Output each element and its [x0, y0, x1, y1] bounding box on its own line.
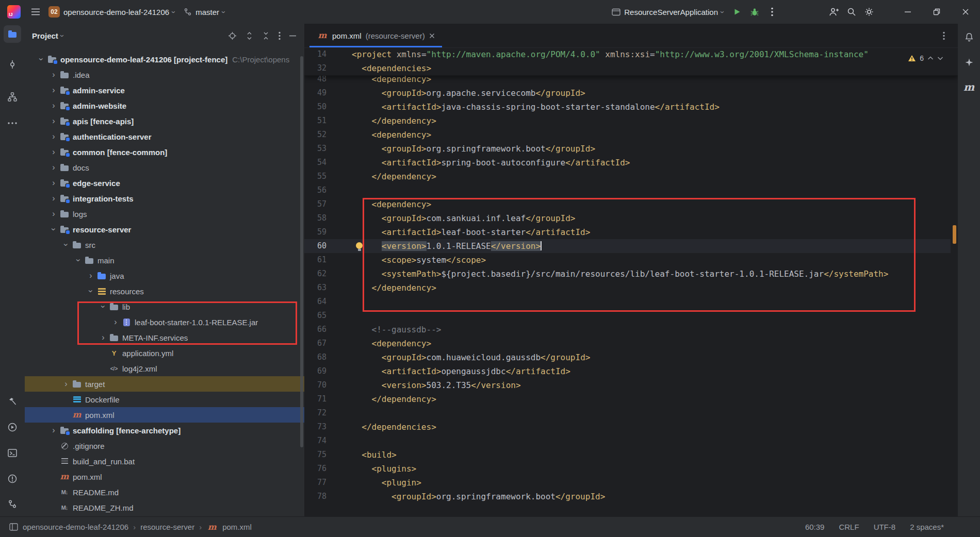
window-close-button[interactable] [951, 0, 980, 24]
line-number[interactable]: 51 [304, 114, 352, 128]
tree-row[interactable]: M↓README_ZH.md [25, 500, 304, 515]
code-line[interactable]: 77 <plugin> [304, 476, 958, 490]
tool-windows-widget-icon[interactable] [9, 523, 18, 531]
code-with-me-icon[interactable] [826, 3, 842, 21]
maven-tool-icon[interactable]: m [960, 78, 977, 95]
line-number[interactable]: 67 [304, 337, 352, 350]
code-line[interactable]: 32 <dependencies> [304, 61, 958, 75]
line-number[interactable]: 73 [304, 420, 352, 434]
tree-row[interactable]: Yapplication.yml [25, 345, 304, 361]
chevron-icon[interactable]: › [36, 55, 46, 64]
line-number[interactable]: 57 [304, 197, 352, 211]
code-line[interactable]: 14<project xmlns="http://maven.apache.or… [304, 47, 958, 61]
tree-row[interactable]: ›admin-website [25, 98, 304, 113]
code-line[interactable]: 69 <artifactId>opengaussjdbc</artifactId… [304, 364, 958, 378]
problems-tool-icon[interactable] [4, 470, 21, 488]
version-control-tool-icon[interactable] [4, 495, 21, 513]
line-number[interactable]: 65 [304, 309, 352, 323]
chevron-icon[interactable]: › [73, 256, 84, 265]
chevron-icon[interactable]: › [48, 163, 59, 172]
line-number[interactable]: 14 [304, 47, 352, 61]
build-tool-icon[interactable] [4, 393, 21, 410]
tree-row[interactable]: ›target [25, 376, 304, 392]
breadcrumb-project[interactable]: opensource-demo-leaf-241206 [23, 523, 128, 531]
line-number[interactable]: 59 [304, 225, 352, 239]
line-number[interactable]: 60 [304, 239, 352, 253]
line-number[interactable]: 75 [304, 448, 352, 462]
line-number[interactable]: 66 [304, 323, 352, 337]
breadcrumb-file[interactable]: pom.xml [222, 523, 252, 531]
tree-row[interactable]: ›.idea [25, 67, 304, 82]
breadcrumb-module[interactable]: resource-server [140, 523, 194, 531]
code-line[interactable]: 73 </dependencies> [304, 420, 958, 434]
more-actions-icon[interactable] [764, 3, 780, 21]
line-number[interactable]: 58 [304, 211, 352, 225]
search-everywhere-icon[interactable] [844, 3, 859, 21]
line-number[interactable]: 68 [304, 350, 352, 364]
code-line[interactable]: 70 <version>503.2.T35</version> [304, 378, 958, 392]
line-number[interactable]: 63 [304, 281, 352, 295]
panel-options-icon[interactable] [279, 31, 281, 40]
code-line[interactable]: 56 [304, 183, 958, 197]
code-line[interactable]: 76 <plugins> [304, 462, 958, 476]
settings-gear-icon[interactable] [861, 3, 877, 21]
chevron-icon[interactable]: › [48, 86, 59, 95]
tab-options-icon[interactable] [936, 28, 952, 43]
tree-row[interactable]: .gitignore [25, 438, 304, 454]
line-number[interactable]: 54 [304, 156, 352, 170]
intention-bulb-icon[interactable] [356, 242, 363, 249]
chevron-icon[interactable]: › [48, 426, 59, 435]
chevron-icon[interactable]: › [48, 209, 59, 219]
tree-row[interactable]: ›integration-tests [25, 191, 304, 206]
line-number[interactable]: 49 [304, 86, 352, 100]
tree-row[interactable]: ›authentication-server [25, 129, 304, 144]
prev-problem-icon[interactable] [927, 56, 934, 60]
line-number[interactable]: 69 [304, 364, 352, 378]
tree-row[interactable]: ›edge-service [25, 175, 304, 191]
editor-tab-pom-xml[interactable]: m pom.xml (resource-server) [309, 24, 442, 47]
next-problem-icon[interactable] [937, 56, 943, 60]
line-number[interactable]: 78 [304, 490, 352, 504]
tree-row[interactable]: build_and_run.bat [25, 454, 304, 469]
line-number[interactable]: 62 [304, 267, 352, 281]
chevron-icon[interactable]: › [86, 287, 96, 296]
encoding-widget[interactable]: UTF-8 [874, 523, 896, 531]
tree-row[interactable]: ›java [25, 268, 304, 283]
structure-tool-icon[interactable] [4, 88, 21, 106]
line-number[interactable]: 72 [304, 406, 352, 420]
code-line[interactable]: 78 <groupId>org.springframework.boot</gr… [304, 490, 958, 504]
branch-widget[interactable]: master › [179, 3, 230, 21]
code-line[interactable]: 72 [304, 406, 958, 420]
project-scrollbar[interactable] [300, 56, 303, 447]
services-tool-icon[interactable] [4, 418, 21, 436]
tree-row[interactable]: Dockerfile [25, 392, 304, 407]
window-restore-button[interactable] [922, 0, 951, 24]
notifications-bell-icon[interactable] [960, 29, 977, 46]
debug-button[interactable] [747, 3, 762, 21]
tree-row[interactable]: M↓README.md [25, 484, 304, 500]
collapse-all-icon[interactable] [262, 31, 270, 40]
caret-position-widget[interactable]: 60:39 [805, 523, 825, 531]
tree-row[interactable]: ›resources [25, 283, 304, 299]
chevron-icon[interactable]: › [48, 225, 59, 234]
hide-panel-icon[interactable] [289, 32, 296, 39]
code-line[interactable]: 50 <artifactId>java-chassis-spring-boot-… [304, 100, 958, 114]
tree-row[interactable]: ›src [25, 237, 304, 253]
line-number[interactable]: 32 [304, 61, 352, 75]
run-button[interactable] [729, 3, 745, 21]
line-number[interactable]: 64 [304, 295, 352, 309]
expand-all-icon[interactable] [246, 31, 253, 40]
code-line[interactable]: 54 <artifactId>spring-boot-autoconfigure… [304, 156, 958, 170]
tree-row[interactable]: mpom.xml [25, 469, 304, 484]
code-line[interactable]: 52 <dependency> [304, 128, 958, 142]
tree-row[interactable]: ›opensource-demo-leaf-241206 [project-fe… [25, 52, 304, 67]
chevron-icon[interactable]: › [86, 271, 96, 280]
code-line[interactable]: 55 </dependency> [304, 170, 958, 183]
line-number[interactable]: 53 [304, 142, 352, 156]
code-line[interactable]: 71 </dependency> [304, 392, 958, 406]
chevron-icon[interactable]: › [48, 147, 59, 157]
line-number[interactable]: 77 [304, 476, 352, 490]
tree-row[interactable]: ›admin-service [25, 82, 304, 98]
indent-widget[interactable]: 2 spaces* [910, 523, 944, 531]
line-number[interactable]: 56 [304, 183, 352, 197]
